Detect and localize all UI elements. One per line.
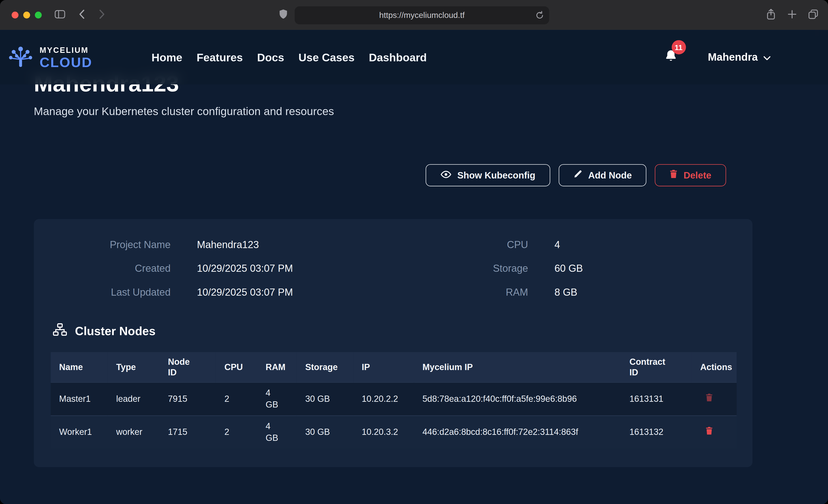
share-button[interactable]	[766, 8, 776, 22]
cell-ram: 4 GB	[257, 415, 297, 449]
forward-button[interactable]	[98, 9, 106, 21]
trash-icon	[705, 429, 713, 436]
trash-icon	[705, 395, 713, 403]
address-bar[interactable]: https://myceliumcloud.tf	[295, 6, 549, 24]
cluster-actions: Show Kubeconfig Add Node Delete	[426, 164, 726, 186]
project-name-value: Mahendra123	[170, 233, 422, 256]
ram-label: RAM	[422, 280, 528, 304]
logo-line1: MYCELIUM	[40, 46, 92, 53]
nav-item-docs[interactable]: Docs	[257, 51, 284, 64]
table-row: Worker1 worker 1715 2 4 GB 30 GB 10.20.3…	[51, 415, 737, 449]
cell-storage: 30 GB	[297, 415, 353, 449]
share-icon	[766, 8, 776, 22]
cell-name: Worker1	[51, 415, 108, 449]
table-row: Master1 leader 7915 2 4 GB 30 GB 10.20.2…	[51, 382, 737, 416]
cluster-details-card: Project Name Mahendra123 CPU 4 Created 1…	[34, 219, 752, 467]
sidebar-icon	[54, 9, 66, 20]
new-tab-button[interactable]	[787, 9, 797, 20]
project-name-label: Project Name	[34, 233, 170, 256]
col-node-id: Node ID	[160, 352, 216, 382]
chevron-down-icon	[763, 51, 771, 64]
add-node-label: Add Node	[588, 170, 632, 181]
cell-cpu: 2	[216, 382, 257, 416]
delete-node-button[interactable]	[700, 393, 713, 403]
col-type: Type	[108, 352, 160, 382]
user-menu[interactable]: Mahendra	[708, 51, 771, 64]
eye-icon	[440, 170, 451, 181]
show-kubeconfig-button[interactable]: Show Kubeconfig	[426, 164, 550, 186]
storage-value: 60 GB	[528, 257, 753, 280]
cell-contract-id: 1613132	[621, 415, 692, 449]
col-actions: Actions	[692, 352, 737, 382]
logo-text: MYCELIUM CLOUD	[40, 46, 92, 69]
col-mycelium-ip: Mycelium IP	[414, 352, 621, 382]
cell-contract-id: 1613131	[621, 382, 692, 416]
notifications-button[interactable]: 11	[664, 49, 677, 66]
cell-type: worker	[108, 415, 160, 449]
pencil-icon	[573, 170, 582, 181]
plus-icon	[787, 9, 797, 20]
chevron-right-icon	[98, 9, 106, 21]
nav-item-dashboard[interactable]: Dashboard	[369, 51, 427, 64]
cell-node-id: 1715	[160, 415, 216, 449]
zoom-window-button[interactable]	[35, 12, 42, 18]
last-updated-value: 10/29/2025 03:07 PM	[170, 280, 422, 304]
cell-cpu: 2	[216, 415, 257, 449]
page-subtitle: Manage your Kubernetes cluster configura…	[34, 105, 334, 118]
cluster-nodes-title: Cluster Nodes	[75, 324, 156, 338]
col-storage: Storage	[297, 352, 353, 382]
nav-item-features[interactable]: Features	[197, 51, 243, 64]
created-label: Created	[34, 257, 170, 280]
cell-mycelium-ip: 446:d2a6:8bcd:8c16:ff0f:72e2:3114:863f	[414, 415, 621, 449]
cell-mycelium-ip: 5d8:78ea:a120:f40c:ff0f:a5fe:99e6:8b96	[414, 382, 621, 416]
privacy-shield-icon[interactable]	[279, 9, 288, 22]
cell-ip: 10.20.3.2	[353, 415, 414, 449]
logo-line2: CLOUD	[40, 55, 92, 69]
cell-type: leader	[108, 382, 160, 416]
delete-label: Delete	[684, 170, 711, 181]
col-ram: RAM	[257, 352, 297, 382]
sidebar-toggle-button[interactable]	[54, 9, 66, 20]
nav-links: Home Features Docs Use Cases Dashboard	[152, 51, 427, 64]
col-ip: IP	[353, 352, 414, 382]
close-window-button[interactable]	[12, 12, 18, 18]
cell-name: Master1	[51, 382, 108, 416]
window-controls	[12, 12, 42, 18]
cluster-info-grid: Project Name Mahendra123 CPU 4 Created 1…	[34, 219, 752, 304]
col-name: Name	[51, 352, 108, 382]
cell-ip: 10.20.2.2	[353, 382, 414, 416]
mycelium-logo-icon	[6, 44, 35, 71]
last-updated-label: Last Updated	[34, 280, 170, 304]
cluster-nodes-icon	[53, 323, 67, 339]
created-value: 10/29/2025 03:07 PM	[170, 257, 422, 280]
app-navbar: MYCELIUM CLOUD Home Features Docs Use Ca…	[0, 30, 828, 85]
logo[interactable]: MYCELIUM CLOUD	[0, 44, 92, 71]
cpu-label: CPU	[422, 233, 528, 256]
delete-node-button[interactable]	[700, 427, 713, 437]
notification-badge: 11	[671, 40, 686, 54]
bell-icon	[664, 56, 677, 65]
reload-icon	[535, 13, 544, 22]
url-text: https://myceliumcloud.tf	[379, 10, 465, 20]
cell-ram: 4 GB	[257, 382, 297, 416]
nav-item-use-cases[interactable]: Use Cases	[298, 51, 355, 64]
user-name: Mahendra	[708, 51, 758, 64]
nav-item-home[interactable]: Home	[152, 51, 182, 64]
tabs-icon	[808, 9, 819, 21]
reload-button[interactable]	[535, 10, 544, 22]
minimize-window-button[interactable]	[23, 12, 30, 18]
trash-icon	[670, 170, 678, 181]
delete-cluster-button[interactable]: Delete	[655, 164, 726, 186]
cluster-nodes-heading: Cluster Nodes	[53, 323, 753, 339]
browser-toolbar: https://myceliumcloud.tf	[0, 0, 828, 30]
back-button[interactable]	[78, 9, 85, 21]
nodes-table: Name Type Node ID CPU RAM Storage IP Myc…	[51, 352, 737, 449]
cell-node-id: 7915	[160, 382, 216, 416]
col-cpu: CPU	[216, 352, 257, 382]
ram-value: 8 GB	[528, 280, 753, 304]
tab-overview-button[interactable]	[808, 9, 819, 21]
cell-storage: 30 GB	[297, 382, 353, 416]
cpu-value: 4	[528, 233, 753, 256]
add-node-button[interactable]: Add Node	[558, 164, 647, 186]
browser-window: https://myceliumcloud.tf	[0, 0, 828, 504]
